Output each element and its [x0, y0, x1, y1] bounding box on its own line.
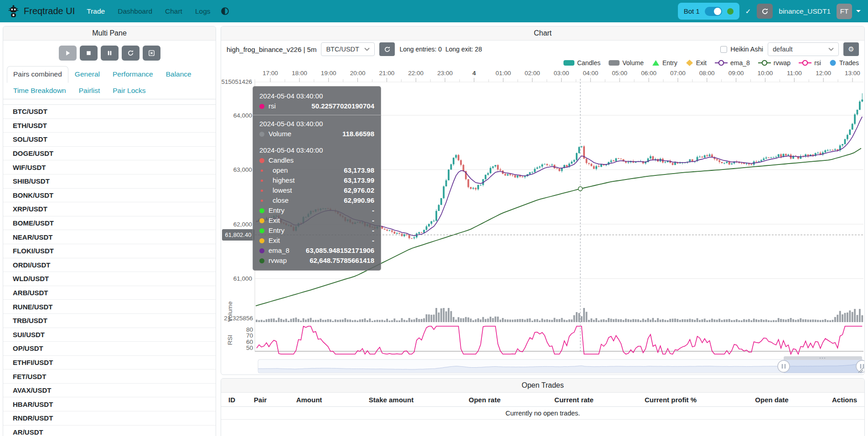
- tooltip-series-value: 63,173.99: [344, 175, 374, 185]
- svg-text:01:00: 01:00: [496, 70, 511, 77]
- svg-text:61,802.40: 61,802.40: [225, 231, 252, 238]
- pair-row-shib-usdt[interactable]: SHIB/USDT: [3, 174, 216, 189]
- tooltip-row-ema-8: ema_863,085.948152171906: [259, 246, 374, 256]
- pair-row-avax-usdt[interactable]: AVAX/USDT: [3, 384, 216, 398]
- legend-item-candles[interactable]: Candles: [563, 59, 600, 67]
- pair-row-bome-usdt[interactable]: BOME/USDT: [3, 216, 216, 231]
- pair-row-ar-usdt[interactable]: AR/USDT: [3, 426, 216, 436]
- refresh-bot-button[interactable]: [757, 4, 773, 19]
- series-dot: [259, 104, 264, 109]
- pair-row-op-usdt[interactable]: OP/USDT: [3, 342, 216, 356]
- tooltip-series-label: Exit: [269, 215, 280, 226]
- avatar[interactable]: FT: [837, 4, 852, 19]
- tooltip-series-label: Volume: [269, 129, 291, 139]
- remove-chart-button[interactable]: [143, 46, 160, 61]
- legend-item-trades[interactable]: Trades: [829, 59, 859, 67]
- tab-pair-locks[interactable]: Pair Locks: [106, 82, 152, 99]
- svg-text:RSI: RSI: [227, 335, 233, 345]
- tooltip-row-entry: Entry-: [259, 205, 374, 215]
- stop-icon: [85, 50, 92, 56]
- bot-selector[interactable]: Bot 1: [678, 3, 739, 20]
- nav-item-logs[interactable]: Logs: [195, 7, 211, 15]
- pair-row-wif-usdt[interactable]: WIF/USDT: [3, 160, 216, 174]
- app-brand: Freqtrade UI: [24, 6, 75, 16]
- tooltip-series-value: 63,085.948152171906: [306, 246, 374, 256]
- trades-legend-icon: [829, 59, 837, 67]
- pair-row-rndr-usdt[interactable]: RNDR/USDT: [3, 411, 216, 426]
- pair-row-xrp-usdt[interactable]: XRP/USDT: [3, 202, 216, 216]
- pair-row-sui-usdt[interactable]: SUI/USDT: [3, 328, 216, 342]
- datazoom-left-handle[interactable]: [778, 360, 790, 372]
- pair-row-wld-usdt[interactable]: WLD/USDT: [3, 272, 216, 286]
- pair-row-fet-usdt[interactable]: FET/USDT: [3, 369, 216, 384]
- svg-text:11:00: 11:00: [787, 70, 802, 77]
- series-dot: [259, 238, 264, 243]
- legend-item-rsi[interactable]: rsi: [799, 59, 821, 67]
- pause-button[interactable]: [101, 46, 119, 61]
- tooltip-date: 2024-05-04 03:40:00: [259, 91, 374, 101]
- caret-down-icon[interactable]: [856, 10, 861, 15]
- tab-performance[interactable]: Performance: [106, 66, 160, 82]
- plot-config-select[interactable]: default: [768, 42, 839, 56]
- gear-icon: ⚙: [848, 45, 854, 53]
- pair-row-near-usdt[interactable]: NEAR/USDT: [3, 230, 216, 244]
- heikin-ashi-checkbox[interactable]: [720, 46, 727, 53]
- pair-row-ethfi-usdt[interactable]: ETHFI/USDT: [3, 356, 216, 370]
- series-dot: [261, 190, 263, 192]
- tooltip-series-label: Candles: [269, 155, 294, 165]
- tooltip-row-entry: Entry-: [259, 226, 374, 236]
- pair-row-hbar-usdt[interactable]: HBAR/USDT: [3, 397, 216, 411]
- legend-item-entry[interactable]: Entry: [652, 59, 677, 67]
- check-icon: ✓: [745, 7, 751, 15]
- pair-row-eth-usdt[interactable]: ETH/USDT: [3, 119, 216, 133]
- tooltip-row-volume: Volume118.66598: [259, 129, 374, 139]
- chart-refresh-button[interactable]: [379, 42, 395, 56]
- svg-text:62,000: 62,000: [233, 221, 252, 228]
- svg-text:04:00: 04:00: [583, 70, 598, 77]
- tooltip-gap: [259, 139, 374, 145]
- bot-name: binance_USDT1: [779, 7, 831, 15]
- theme-toggle-icon[interactable]: [221, 7, 229, 15]
- tooltip-series-label: Entry: [269, 226, 284, 236]
- pair-row-sol-usdt[interactable]: SOL/USDT: [3, 133, 216, 147]
- svg-text:63,000: 63,000: [233, 166, 252, 173]
- series-dot: [259, 158, 264, 163]
- pair-row-bonk-usdt[interactable]: BONK/USDT: [3, 189, 216, 203]
- plot-settings-button[interactable]: ⚙: [843, 42, 859, 56]
- tab-pairlist[interactable]: Pairlist: [72, 82, 107, 99]
- tooltip-row-rsi: rsi50.22577020190704: [259, 101, 374, 111]
- nav-item-dashboard[interactable]: Dashboard: [118, 7, 152, 15]
- pair-row-floki-usdt[interactable]: FLOKI/USDT: [3, 244, 216, 258]
- chart-panel-header: Chart: [221, 26, 864, 41]
- datazoom-slider[interactable]: [258, 356, 865, 373]
- tooltip-series-label: Exit: [269, 236, 280, 246]
- tab-balance[interactable]: Balance: [160, 66, 198, 82]
- tab-time-breakdown[interactable]: Time Breakdown: [7, 82, 72, 99]
- tab-general[interactable]: General: [68, 66, 106, 82]
- pair-row-rune-usdt[interactable]: RUNE/USDT: [3, 300, 216, 314]
- nav-item-chart[interactable]: Chart: [165, 7, 182, 15]
- pair-select-value: BTC/USDT: [326, 46, 359, 53]
- legend-item-volume[interactable]: Volume: [609, 59, 644, 67]
- chevron-down-icon: [828, 47, 834, 51]
- refresh-button[interactable]: [122, 46, 140, 61]
- pair-row-ordi-usdt[interactable]: ORDI/USDT: [3, 258, 216, 272]
- legend-item-ema-8[interactable]: ema_8: [715, 59, 750, 67]
- tooltip-series-value: 62,990.96: [344, 195, 374, 205]
- pair-row-doge-usdt[interactable]: DOGE/USDT: [3, 147, 216, 161]
- pair-row-arb-usdt[interactable]: ARB/USDT: [3, 286, 216, 300]
- stop-button[interactable]: [80, 46, 98, 61]
- tab-pairs-combined[interactable]: Pairs combined: [7, 66, 68, 83]
- pair-row-btc-usdt[interactable]: BTC/USDT: [3, 105, 216, 119]
- pair-row-trb-usdt[interactable]: TRB/USDT: [3, 314, 216, 328]
- pair-select[interactable]: BTC/USDT: [321, 42, 375, 56]
- tooltip-divider: [253, 115, 381, 115]
- series-dot: [259, 228, 264, 233]
- nav-item-trade[interactable]: Trade: [87, 7, 105, 15]
- legend-item-rvwap[interactable]: rvwap: [758, 59, 790, 67]
- svg-text:02:00: 02:00: [525, 70, 540, 77]
- legend-item-exit[interactable]: Exit: [686, 59, 707, 67]
- tooltip-row-rvwap: rvwap62,648.75785661418: [259, 256, 374, 266]
- rvwap-hover-marker: [579, 187, 583, 191]
- bot-toggle[interactable]: [705, 7, 722, 16]
